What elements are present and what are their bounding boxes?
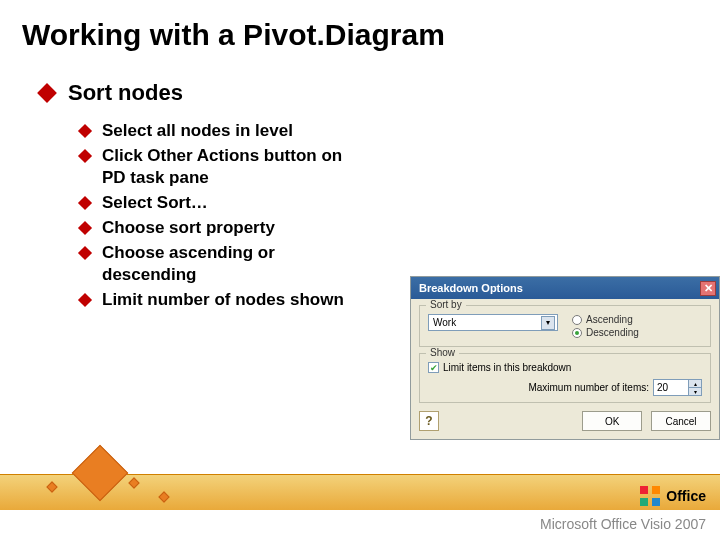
- checkbox-label: Limit items in this breakdown: [443, 362, 571, 373]
- limit-items-checkbox[interactable]: ✔ Limit items in this breakdown: [428, 362, 702, 373]
- list-item: Choose ascending or descending: [80, 242, 370, 285]
- radio-ascending[interactable]: Ascending: [572, 314, 639, 325]
- sort-by-dropdown[interactable]: Work ▾: [428, 314, 558, 331]
- diamond-bullet-icon: [37, 83, 57, 103]
- close-button[interactable]: ✕: [700, 281, 716, 296]
- footer-band: Office: [0, 474, 720, 510]
- sub-bullet-text: Limit number of nodes shown: [102, 289, 344, 310]
- sub-bullet-text: Choose sort property: [102, 217, 275, 238]
- decorative-square-icon: [46, 481, 57, 492]
- list-item: Choose sort property: [80, 217, 370, 238]
- max-items-spinner[interactable]: ▴ ▾: [653, 379, 702, 396]
- dropdown-value: Work: [433, 317, 456, 328]
- radio-descending[interactable]: Descending: [572, 327, 639, 338]
- top-bullet-text: Sort nodes: [68, 80, 183, 106]
- dialog-titlebar[interactable]: Breakdown Options ✕: [411, 277, 719, 299]
- help-button[interactable]: ?: [419, 411, 439, 431]
- sort-by-group: Sort by Work ▾ Ascending Descending: [419, 305, 711, 347]
- dialog-title: Breakdown Options: [419, 282, 523, 294]
- sub-bullet-text: Click Other Actions button on PD task pa…: [102, 145, 370, 188]
- checkbox-icon: ✔: [428, 362, 439, 373]
- list-item: Select all nodes in level: [80, 120, 370, 141]
- sub-bullet-list: Select all nodes in level Click Other Ac…: [80, 120, 370, 310]
- dialog-footer: ? OK Cancel: [411, 407, 719, 439]
- ok-button[interactable]: OK: [582, 411, 642, 431]
- max-items-row: Maximum number of items: ▴ ▾: [428, 379, 702, 396]
- diamond-bullet-icon: [78, 149, 92, 163]
- radio-icon: [572, 328, 582, 338]
- cancel-button[interactable]: Cancel: [651, 411, 711, 431]
- diamond-bullet-icon: [78, 124, 92, 138]
- decorative-square-icon: [128, 477, 139, 488]
- radio-icon: [572, 315, 582, 325]
- close-icon: ✕: [704, 283, 713, 294]
- sub-bullet-text: Select Sort…: [102, 192, 208, 213]
- chevron-down-icon[interactable]: ▾: [688, 388, 701, 395]
- diamond-bullet-icon: [78, 293, 92, 307]
- sub-bullet-text: Select all nodes in level: [102, 120, 293, 141]
- diamond-bullet-icon: [78, 196, 92, 210]
- diamond-bullet-icon: [78, 246, 92, 260]
- office-branding: Office: [640, 486, 706, 506]
- show-group: Show ✔ Limit items in this breakdown Max…: [419, 353, 711, 403]
- content-area: Sort nodes Select all nodes in level Cli…: [0, 58, 720, 310]
- diamond-bullet-icon: [78, 221, 92, 235]
- sub-bullet-text: Choose ascending or descending: [102, 242, 370, 285]
- product-line: Microsoft Office Visio 2007: [540, 516, 706, 532]
- office-word: Office: [666, 488, 706, 504]
- chevron-up-icon[interactable]: ▴: [688, 380, 701, 388]
- help-icon: ?: [425, 414, 432, 428]
- breakdown-options-dialog: Breakdown Options ✕ Sort by Work ▾ Ascen…: [410, 276, 720, 440]
- group-legend: Sort by: [426, 299, 466, 310]
- group-legend: Show: [426, 347, 459, 358]
- radio-label: Ascending: [586, 314, 633, 325]
- spin-input[interactable]: [654, 380, 688, 395]
- spin-label: Maximum number of items:: [528, 382, 649, 393]
- list-item: Click Other Actions button on PD task pa…: [80, 145, 370, 188]
- list-item: Limit number of nodes shown: [80, 289, 370, 310]
- slide-title: Working with a Pivot.Diagram: [0, 0, 720, 58]
- chevron-down-icon[interactable]: ▾: [541, 316, 555, 330]
- decorative-square-icon: [72, 445, 129, 502]
- top-bullet: Sort nodes: [40, 80, 720, 106]
- office-logo-icon: [640, 486, 660, 506]
- list-item: Select Sort…: [80, 192, 370, 213]
- radio-label: Descending: [586, 327, 639, 338]
- decorative-square-icon: [158, 491, 169, 502]
